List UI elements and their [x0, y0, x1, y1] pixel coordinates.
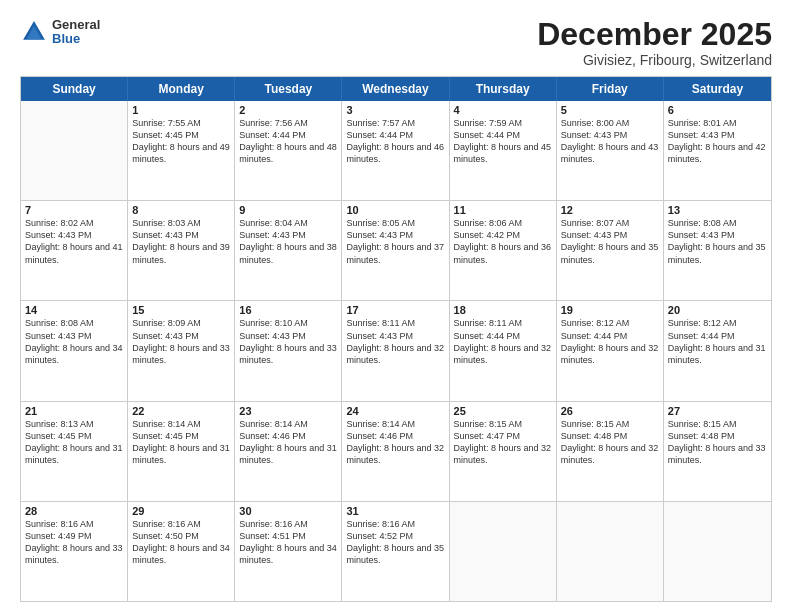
month-title: December 2025 [537, 18, 772, 50]
calendar-cell: 21Sunrise: 8:13 AM Sunset: 4:45 PM Dayli… [21, 402, 128, 501]
day-number: 9 [239, 204, 337, 216]
calendar-cell [557, 502, 664, 601]
day-number: 13 [668, 204, 767, 216]
day-number: 20 [668, 304, 767, 316]
day-number: 26 [561, 405, 659, 417]
cell-info: Sunrise: 8:13 AM Sunset: 4:45 PM Dayligh… [25, 418, 123, 467]
calendar-week-4: 21Sunrise: 8:13 AM Sunset: 4:45 PM Dayli… [21, 401, 771, 501]
day-number: 19 [561, 304, 659, 316]
calendar-cell: 23Sunrise: 8:14 AM Sunset: 4:46 PM Dayli… [235, 402, 342, 501]
calendar-cell: 19Sunrise: 8:12 AM Sunset: 4:44 PM Dayli… [557, 301, 664, 400]
cell-info: Sunrise: 8:15 AM Sunset: 4:48 PM Dayligh… [668, 418, 767, 467]
cell-info: Sunrise: 8:16 AM Sunset: 4:49 PM Dayligh… [25, 518, 123, 567]
day-number: 31 [346, 505, 444, 517]
calendar-cell: 28Sunrise: 8:16 AM Sunset: 4:49 PM Dayli… [21, 502, 128, 601]
cell-info: Sunrise: 8:08 AM Sunset: 4:43 PM Dayligh… [668, 217, 767, 266]
cell-info: Sunrise: 8:14 AM Sunset: 4:46 PM Dayligh… [239, 418, 337, 467]
calendar-cell: 17Sunrise: 8:11 AM Sunset: 4:43 PM Dayli… [342, 301, 449, 400]
logo-text: General Blue [52, 18, 100, 47]
calendar-cell: 29Sunrise: 8:16 AM Sunset: 4:50 PM Dayli… [128, 502, 235, 601]
cell-info: Sunrise: 8:10 AM Sunset: 4:43 PM Dayligh… [239, 317, 337, 366]
day-number: 8 [132, 204, 230, 216]
day-number: 17 [346, 304, 444, 316]
day-number: 12 [561, 204, 659, 216]
day-number: 2 [239, 104, 337, 116]
cell-info: Sunrise: 8:12 AM Sunset: 4:44 PM Dayligh… [561, 317, 659, 366]
cell-info: Sunrise: 8:16 AM Sunset: 4:51 PM Dayligh… [239, 518, 337, 567]
cell-info: Sunrise: 8:14 AM Sunset: 4:45 PM Dayligh… [132, 418, 230, 467]
day-of-week-monday: Monday [128, 77, 235, 101]
title-section: December 2025 Givisiez, Fribourg, Switze… [537, 18, 772, 68]
cell-info: Sunrise: 7:59 AM Sunset: 4:44 PM Dayligh… [454, 117, 552, 166]
day-number: 5 [561, 104, 659, 116]
cell-info: Sunrise: 8:01 AM Sunset: 4:43 PM Dayligh… [668, 117, 767, 166]
calendar-cell: 27Sunrise: 8:15 AM Sunset: 4:48 PM Dayli… [664, 402, 771, 501]
day-number: 1 [132, 104, 230, 116]
cell-info: Sunrise: 7:55 AM Sunset: 4:45 PM Dayligh… [132, 117, 230, 166]
day-number: 18 [454, 304, 552, 316]
day-number: 11 [454, 204, 552, 216]
day-number: 14 [25, 304, 123, 316]
day-number: 28 [25, 505, 123, 517]
page: General Blue December 2025 Givisiez, Fri… [0, 0, 792, 612]
calendar-cell: 6Sunrise: 8:01 AM Sunset: 4:43 PM Daylig… [664, 101, 771, 200]
cell-info: Sunrise: 8:07 AM Sunset: 4:43 PM Dayligh… [561, 217, 659, 266]
logo: General Blue [20, 18, 100, 47]
calendar-cell: 8Sunrise: 8:03 AM Sunset: 4:43 PM Daylig… [128, 201, 235, 300]
cell-info: Sunrise: 8:15 AM Sunset: 4:47 PM Dayligh… [454, 418, 552, 467]
calendar-cell: 10Sunrise: 8:05 AM Sunset: 4:43 PM Dayli… [342, 201, 449, 300]
calendar-cell: 26Sunrise: 8:15 AM Sunset: 4:48 PM Dayli… [557, 402, 664, 501]
calendar-cell: 20Sunrise: 8:12 AM Sunset: 4:44 PM Dayli… [664, 301, 771, 400]
cell-info: Sunrise: 8:16 AM Sunset: 4:50 PM Dayligh… [132, 518, 230, 567]
day-number: 22 [132, 405, 230, 417]
calendar-body: 1Sunrise: 7:55 AM Sunset: 4:45 PM Daylig… [21, 101, 771, 601]
calendar-header: SundayMondayTuesdayWednesdayThursdayFrid… [21, 77, 771, 101]
logo-blue: Blue [52, 32, 100, 46]
cell-info: Sunrise: 8:08 AM Sunset: 4:43 PM Dayligh… [25, 317, 123, 366]
cell-info: Sunrise: 8:04 AM Sunset: 4:43 PM Dayligh… [239, 217, 337, 266]
location: Givisiez, Fribourg, Switzerland [537, 52, 772, 68]
calendar: SundayMondayTuesdayWednesdayThursdayFrid… [20, 76, 772, 602]
header: General Blue December 2025 Givisiez, Fri… [20, 18, 772, 68]
calendar-cell: 22Sunrise: 8:14 AM Sunset: 4:45 PM Dayli… [128, 402, 235, 501]
day-number: 23 [239, 405, 337, 417]
calendar-cell: 13Sunrise: 8:08 AM Sunset: 4:43 PM Dayli… [664, 201, 771, 300]
calendar-cell: 11Sunrise: 8:06 AM Sunset: 4:42 PM Dayli… [450, 201, 557, 300]
cell-info: Sunrise: 8:00 AM Sunset: 4:43 PM Dayligh… [561, 117, 659, 166]
cell-info: Sunrise: 8:03 AM Sunset: 4:43 PM Dayligh… [132, 217, 230, 266]
calendar-week-3: 14Sunrise: 8:08 AM Sunset: 4:43 PM Dayli… [21, 300, 771, 400]
day-number: 4 [454, 104, 552, 116]
day-number: 29 [132, 505, 230, 517]
cell-info: Sunrise: 8:06 AM Sunset: 4:42 PM Dayligh… [454, 217, 552, 266]
calendar-cell: 5Sunrise: 8:00 AM Sunset: 4:43 PM Daylig… [557, 101, 664, 200]
day-number: 25 [454, 405, 552, 417]
logo-icon [20, 18, 48, 46]
calendar-cell: 4Sunrise: 7:59 AM Sunset: 4:44 PM Daylig… [450, 101, 557, 200]
day-number: 3 [346, 104, 444, 116]
calendar-cell: 14Sunrise: 8:08 AM Sunset: 4:43 PM Dayli… [21, 301, 128, 400]
calendar-cell: 12Sunrise: 8:07 AM Sunset: 4:43 PM Dayli… [557, 201, 664, 300]
calendar-cell: 30Sunrise: 8:16 AM Sunset: 4:51 PM Dayli… [235, 502, 342, 601]
calendar-cell: 2Sunrise: 7:56 AM Sunset: 4:44 PM Daylig… [235, 101, 342, 200]
calendar-cell: 31Sunrise: 8:16 AM Sunset: 4:52 PM Dayli… [342, 502, 449, 601]
calendar-week-5: 28Sunrise: 8:16 AM Sunset: 4:49 PM Dayli… [21, 501, 771, 601]
cell-info: Sunrise: 8:16 AM Sunset: 4:52 PM Dayligh… [346, 518, 444, 567]
day-number: 24 [346, 405, 444, 417]
cell-info: Sunrise: 7:56 AM Sunset: 4:44 PM Dayligh… [239, 117, 337, 166]
day-of-week-thursday: Thursday [450, 77, 557, 101]
day-of-week-saturday: Saturday [664, 77, 771, 101]
day-of-week-friday: Friday [557, 77, 664, 101]
day-number: 30 [239, 505, 337, 517]
day-number: 27 [668, 405, 767, 417]
calendar-cell: 3Sunrise: 7:57 AM Sunset: 4:44 PM Daylig… [342, 101, 449, 200]
cell-info: Sunrise: 8:11 AM Sunset: 4:44 PM Dayligh… [454, 317, 552, 366]
calendar-cell: 24Sunrise: 8:14 AM Sunset: 4:46 PM Dayli… [342, 402, 449, 501]
day-of-week-tuesday: Tuesday [235, 77, 342, 101]
cell-info: Sunrise: 8:02 AM Sunset: 4:43 PM Dayligh… [25, 217, 123, 266]
calendar-cell [450, 502, 557, 601]
calendar-cell [664, 502, 771, 601]
logo-general: General [52, 18, 100, 32]
calendar-cell: 9Sunrise: 8:04 AM Sunset: 4:43 PM Daylig… [235, 201, 342, 300]
calendar-week-2: 7Sunrise: 8:02 AM Sunset: 4:43 PM Daylig… [21, 200, 771, 300]
day-number: 7 [25, 204, 123, 216]
